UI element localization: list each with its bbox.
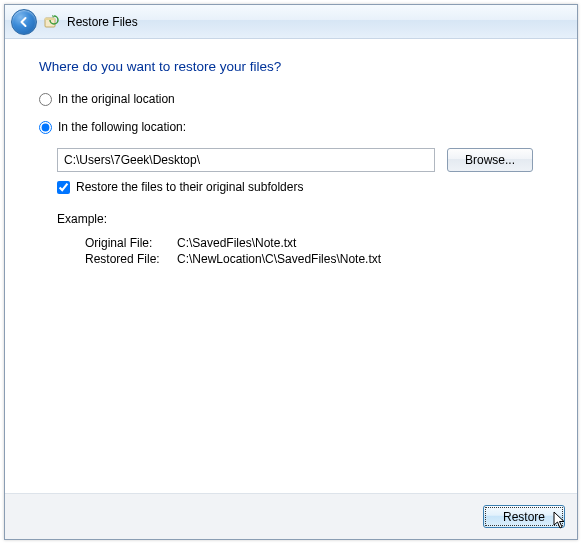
svg-rect-1 <box>45 18 55 20</box>
option-original-label: In the original location <box>58 92 175 106</box>
example-original-value: C:\SavedFiles\Note.txt <box>177 236 543 250</box>
radio-following-location[interactable] <box>39 121 52 134</box>
restore-files-icon <box>43 13 61 31</box>
dialog-content: Where do you want to restore your files?… <box>5 39 577 493</box>
arrow-left-icon <box>17 15 31 29</box>
restore-subfolders-option[interactable]: Restore the files to their original subf… <box>57 180 543 194</box>
restore-button[interactable]: Restore <box>483 505 565 528</box>
option-original-location[interactable]: In the original location <box>39 92 543 106</box>
restore-files-dialog: Restore Files Where do you want to resto… <box>4 4 578 540</box>
restore-path-input[interactable] <box>57 148 435 172</box>
example-label: Example: <box>57 212 543 226</box>
example-original-label: Original File: <box>85 236 177 250</box>
back-button[interactable] <box>11 9 37 35</box>
dialog-title: Restore Files <box>67 15 138 29</box>
example-restored-label: Restored File: <box>85 252 177 266</box>
restore-subfolders-checkbox[interactable] <box>57 181 70 194</box>
page-heading: Where do you want to restore your files? <box>39 59 543 74</box>
browse-button[interactable]: Browse... <box>447 148 533 172</box>
dialog-footer: Restore <box>5 493 577 539</box>
path-row: Browse... <box>57 148 543 172</box>
restore-subfolders-label: Restore the files to their original subf… <box>76 180 303 194</box>
example-restored-value: C:\NewLocation\C\SavedFiles\Note.txt <box>177 252 543 266</box>
radio-original-location[interactable] <box>39 93 52 106</box>
option-following-label: In the following location: <box>58 120 186 134</box>
option-following-location[interactable]: In the following location: <box>39 120 543 134</box>
dialog-header: Restore Files <box>5 5 577 39</box>
example-grid: Original File: C:\SavedFiles\Note.txt Re… <box>85 236 543 266</box>
following-location-block: Browse... Restore the files to their ori… <box>57 148 543 266</box>
